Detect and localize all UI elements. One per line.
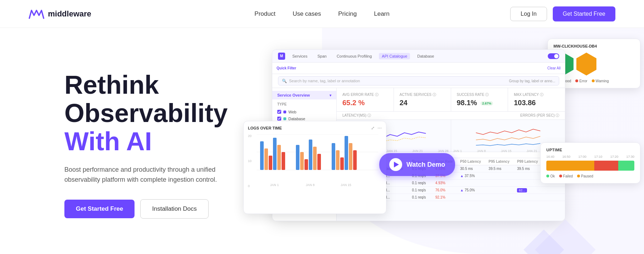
col-p95: P95 Latency xyxy=(486,158,514,165)
type-label: Type xyxy=(277,102,331,106)
get-started-button[interactable]: Get Started Free xyxy=(553,6,615,21)
time-1640: 16:40 xyxy=(546,155,555,158)
svg-rect-9 xyxy=(296,145,299,170)
svg-text:JAN 1: JAN 1 xyxy=(270,183,279,187)
status-legend: All Good Error Warning xyxy=(553,79,634,83)
uptime-seg-4 xyxy=(610,161,618,171)
failed-dot xyxy=(559,175,562,177)
svg-rect-11 xyxy=(304,159,308,170)
svg-text:JAN 8: JAN 8 xyxy=(306,183,315,187)
svg-rect-10 xyxy=(300,152,304,170)
logs-chart-title: LOGS OVER TIME xyxy=(248,126,282,130)
svg-rect-14 xyxy=(317,154,321,170)
nav-learn[interactable]: Learn xyxy=(374,10,389,18)
logs-chart-controls: ⤢ ⋯ xyxy=(371,126,382,131)
logo-text: middleware xyxy=(48,9,91,19)
y-label-10: 10 xyxy=(248,159,252,163)
play-circle xyxy=(389,158,402,171)
legend-paused: Paused xyxy=(577,174,593,178)
hero-title-line2: Observability xyxy=(64,99,228,127)
dash-logo: M xyxy=(278,53,285,60)
metric-error-rate: AVG ERROR RATE ⓘ 65.2 % xyxy=(337,88,394,111)
sidebar-service-overview[interactable]: Service Overview ▾ xyxy=(272,91,336,99)
svg-rect-15 xyxy=(332,143,335,170)
uptime-seg-1 xyxy=(546,161,578,171)
uptime-time-labels: 16:40 16:50 17:00 17:10 17:20 17:30 xyxy=(546,155,634,158)
svg-rect-8 xyxy=(282,152,285,170)
chevron-down-icon: ▾ xyxy=(330,93,331,97)
svg-rect-19 xyxy=(349,143,352,170)
hero-installation-docs-button[interactable]: Installation Docs xyxy=(140,199,209,219)
watch-demo-button[interactable]: Watch Demo xyxy=(379,153,455,176)
paused-dot xyxy=(577,175,580,177)
metric-success-rate: SUCCESS RATE ⓘ 98.1% 2.67% xyxy=(451,88,508,111)
nav-actions: Log In Get Started Free xyxy=(510,6,615,21)
hero-get-started-button[interactable]: Get Started Free xyxy=(64,200,135,218)
svg-rect-6 xyxy=(273,138,277,170)
svg-rect-3 xyxy=(260,141,264,170)
type-database-checkbox[interactable] xyxy=(277,116,281,121)
watch-demo-label: Watch Demo xyxy=(406,161,445,168)
hero-title-ai: With AI xyxy=(64,127,228,156)
metric-max-latency: MAX LATENCY ⓘ 103.86 xyxy=(508,88,565,111)
status-hexagons xyxy=(553,53,634,75)
svg-rect-17 xyxy=(340,157,344,170)
expand-icon[interactable]: ⤢ xyxy=(371,126,375,131)
uptime-seg-2 xyxy=(578,161,594,171)
search-icon: 🔍 xyxy=(282,79,287,83)
toggle-switch[interactable] xyxy=(548,53,559,59)
logs-bar-chart: 20 10 0 xyxy=(248,134,382,195)
chart-labels-row: LATENCY(MS) ⓘ ERRORS (PER SEC) ⓘ xyxy=(337,112,565,120)
hero-title: Rethink Observability With AI xyxy=(64,71,228,156)
time-1710: 17:10 xyxy=(594,155,602,158)
hero-section: Rethink Observability With AI Boost perf… xyxy=(0,28,644,254)
nav-links: Product Use cases Pricing Learn xyxy=(254,10,389,18)
status-card-title: MW-CLICKHOUSE-DB4 xyxy=(553,44,634,48)
svg-rect-18 xyxy=(345,136,348,170)
hero-visuals: MW-CLICKHOUSE-DB4 All Good Error Warning… xyxy=(243,42,644,254)
error-dot xyxy=(575,79,578,82)
time-1700: 17:00 xyxy=(578,155,586,158)
y-axis: 20 10 0 xyxy=(248,134,252,188)
dash-tab-api[interactable]: API Catalogue xyxy=(379,53,410,59)
login-button[interactable]: Log In xyxy=(510,7,547,21)
clear-all-btn[interactable]: Clear All xyxy=(547,66,561,70)
time-1730: 17:30 xyxy=(626,155,634,158)
time-1650: 16:50 xyxy=(562,155,571,158)
uptime-bar xyxy=(546,161,634,171)
svg-text:JAN 15: JAN 15 xyxy=(341,183,351,187)
play-triangle xyxy=(394,162,399,167)
time-1720: 17:20 xyxy=(610,155,619,158)
nav-use-cases[interactable]: Use cases xyxy=(293,10,321,18)
dashboard-topbar: M Services Span Continuous Profiling API… xyxy=(272,50,565,63)
nav-product[interactable]: Product xyxy=(254,10,275,18)
metric-active-services: ACTIVE SERVICES ⓘ 24 xyxy=(394,88,451,111)
dash-tab-database[interactable]: Database xyxy=(414,53,437,59)
dash-tab-profiling[interactable]: Continuous Profiling xyxy=(334,53,375,59)
logs-bars-svg: JAN 1 JAN 8 JAN 15 xyxy=(257,134,378,188)
svg-rect-4 xyxy=(264,148,268,170)
more-icon[interactable]: ⋯ xyxy=(377,126,382,131)
type-web: Web xyxy=(277,108,331,115)
col-p50: P50 Latency xyxy=(457,158,486,165)
svg-rect-13 xyxy=(313,147,317,170)
nav-logo[interactable]: middleware xyxy=(29,9,91,19)
ok-dot xyxy=(546,175,549,177)
hero-title-line1: Rethink xyxy=(64,71,228,99)
logs-chart-header: LOGS OVER TIME ⤢ ⋯ xyxy=(248,126,382,131)
navbar: middleware Product Use cases Pricing Lea… xyxy=(0,0,644,28)
dash-tab-span[interactable]: Span xyxy=(314,53,330,59)
type-web-checkbox[interactable] xyxy=(277,109,281,114)
legend-warning: Warning xyxy=(592,79,609,83)
legend-ok: Ok xyxy=(546,174,555,178)
warning-dot xyxy=(592,79,595,82)
logo-icon xyxy=(29,9,44,19)
db-color-dot xyxy=(283,117,286,120)
web-color-dot xyxy=(283,111,286,113)
hero-buttons: Get Started Free Installation Docs xyxy=(64,199,228,219)
nav-pricing[interactable]: Pricing xyxy=(338,10,357,18)
dash-tab-services[interactable]: Services xyxy=(289,53,310,59)
uptime-legend: Ok Failed Paused xyxy=(546,174,634,178)
svg-rect-7 xyxy=(277,145,281,170)
search-bar[interactable]: 🔍 Search by name, tag, label or annotati… xyxy=(278,76,559,86)
